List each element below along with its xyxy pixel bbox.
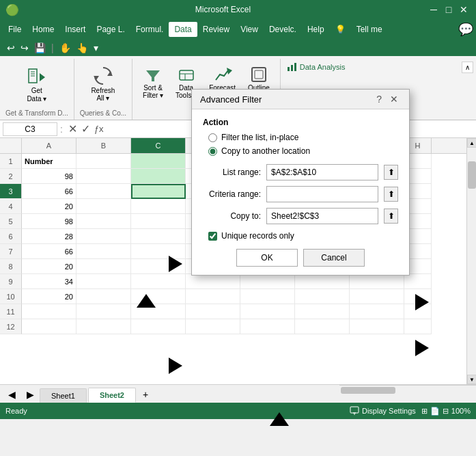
scroll-down-button[interactable]: ▼: [467, 375, 476, 384]
menu-review[interactable]: Review: [197, 22, 235, 37]
criteria-range-input[interactable]: [266, 186, 378, 202]
cell-c12[interactable]: [131, 319, 186, 334]
menu-pagelayout[interactable]: Page L.: [91, 22, 130, 37]
confirm-formula-icon[interactable]: ✓: [81, 122, 90, 135]
cell-b8[interactable]: [76, 259, 131, 274]
col-header-a[interactable]: A: [22, 138, 76, 153]
add-sheet-button[interactable]: +: [137, 386, 154, 403]
dialog-close-button[interactable]: ✕: [387, 94, 401, 105]
cell-c7[interactable]: [131, 244, 186, 259]
cell-a6[interactable]: 28: [22, 229, 76, 244]
cell-b11[interactable]: [76, 304, 131, 319]
cell-a4[interactable]: 20: [22, 199, 76, 214]
cell-f12[interactable]: [295, 319, 350, 334]
cell-e12[interactable]: [240, 319, 295, 334]
close-button[interactable]: ✕: [457, 3, 471, 16]
cell-c3[interactable]: [131, 184, 186, 199]
cell-g9[interactable]: [350, 274, 404, 289]
advanced-filter-dialog[interactable]: Advanced Filter ? ✕ Action Filter the li…: [191, 89, 410, 276]
vertical-scrollbar[interactable]: ▲ ▼: [466, 138, 476, 384]
horizontal-scrollbar-thumb[interactable]: [341, 387, 395, 394]
row-header-3[interactable]: 3: [0, 184, 22, 199]
cell-a10[interactable]: 20: [22, 289, 76, 304]
cell-d12[interactable]: [186, 319, 240, 334]
cancel-button[interactable]: Cancel: [303, 249, 365, 267]
menu-file[interactable]: File: [3, 22, 27, 37]
row-header-4[interactable]: 4: [0, 199, 22, 214]
touch-icon[interactable]: ✋: [58, 41, 72, 55]
menu-developer[interactable]: Develc.: [264, 22, 302, 37]
list-range-select-button[interactable]: ⬆: [384, 165, 398, 180]
save-icon[interactable]: 💾: [33, 41, 47, 55]
row-header-10[interactable]: 10: [0, 289, 22, 304]
cell-c8[interactable]: [131, 259, 186, 274]
cell-f9[interactable]: [295, 274, 350, 289]
page-view-icon[interactable]: 📄: [430, 407, 440, 416]
col-header-c[interactable]: C: [131, 138, 186, 153]
insert-function-icon[interactable]: ƒx: [94, 124, 104, 134]
cell-b2[interactable]: [76, 169, 131, 184]
cell-h10[interactable]: [404, 289, 432, 304]
cell-c2[interactable]: [131, 169, 186, 184]
menu-help[interactable]: Help: [302, 22, 330, 37]
cell-a11[interactable]: [22, 304, 76, 319]
menu-data[interactable]: Data: [169, 22, 197, 37]
row-header-9[interactable]: 9: [0, 274, 22, 289]
row-header-1[interactable]: 1: [0, 154, 22, 169]
cell-b7[interactable]: [76, 244, 131, 259]
cell-d10[interactable]: [186, 289, 240, 304]
cell-e9[interactable]: [240, 274, 295, 289]
cell-g12[interactable]: [350, 319, 404, 334]
row-header-7[interactable]: 7: [0, 244, 22, 259]
page-break-icon[interactable]: ⊟: [443, 407, 449, 416]
cell-h11[interactable]: [404, 304, 432, 319]
cell-b5[interactable]: [76, 214, 131, 229]
scroll-up-button[interactable]: ▲: [467, 138, 476, 148]
menu-insert[interactable]: Insert: [59, 22, 91, 37]
sheet2-tab[interactable]: Sheet2: [88, 388, 136, 403]
data-analysis-label[interactable]: Data Analysis: [300, 63, 346, 71]
list-range-input[interactable]: [266, 164, 378, 180]
cell-f10[interactable]: [295, 289, 350, 304]
cell-g11[interactable]: [350, 304, 404, 319]
get-data-button[interactable]: GetData ▾: [21, 62, 53, 107]
row-header-5[interactable]: 5: [0, 214, 22, 229]
sort-filter-button[interactable]: Sort &Filter ▾: [138, 62, 168, 103]
cell-b12[interactable]: [76, 319, 131, 334]
cell-d9[interactable]: [186, 274, 240, 289]
grid-view-icon[interactable]: ⊞: [421, 407, 428, 416]
ok-button[interactable]: OK: [236, 249, 298, 267]
row-header-11[interactable]: 11: [0, 304, 22, 319]
cell-a5[interactable]: 98: [22, 214, 76, 229]
cell-a1[interactable]: Number: [22, 154, 76, 169]
corner-cell[interactable]: [0, 138, 22, 153]
scrollbar-thumb[interactable]: [468, 161, 476, 189]
cell-c11[interactable]: [131, 304, 186, 319]
row-header-2[interactable]: 2: [0, 169, 22, 184]
unique-records-checkbox[interactable]: [208, 232, 217, 241]
cell-reference-box[interactable]: [3, 122, 57, 136]
customize-icon[interactable]: ▾: [92, 41, 100, 55]
cell-e10[interactable]: [240, 289, 295, 304]
cell-a8[interactable]: 20: [22, 259, 76, 274]
filter-in-place-radio[interactable]: [208, 133, 217, 142]
cell-b9[interactable]: [76, 274, 131, 289]
cell-a2[interactable]: 98: [22, 169, 76, 184]
menu-view[interactable]: View: [235, 22, 264, 37]
cell-c9[interactable]: [131, 274, 186, 289]
copy-to-location-radio[interactable]: [208, 147, 217, 156]
copy-to-select-button[interactable]: ⬆: [384, 209, 398, 224]
display-settings-icon[interactable]: Display Settings: [350, 406, 416, 416]
cell-e11[interactable]: [240, 304, 295, 319]
horizontal-scrollbar[interactable]: [339, 385, 476, 394]
sheet1-tab[interactable]: Sheet1: [40, 388, 87, 403]
undo-icon[interactable]: ↩: [5, 41, 16, 55]
dialog-help-button[interactable]: ?: [374, 94, 384, 105]
menu-formulas[interactable]: Formul.: [130, 22, 169, 37]
cell-c5[interactable]: [131, 214, 186, 229]
prev-sheet-button[interactable]: ◀: [3, 386, 21, 403]
cell-b3[interactable]: [76, 184, 131, 199]
row-header-6[interactable]: 6: [0, 229, 22, 244]
cell-b10[interactable]: [76, 289, 131, 304]
criteria-range-select-button[interactable]: ⬆: [384, 187, 398, 202]
